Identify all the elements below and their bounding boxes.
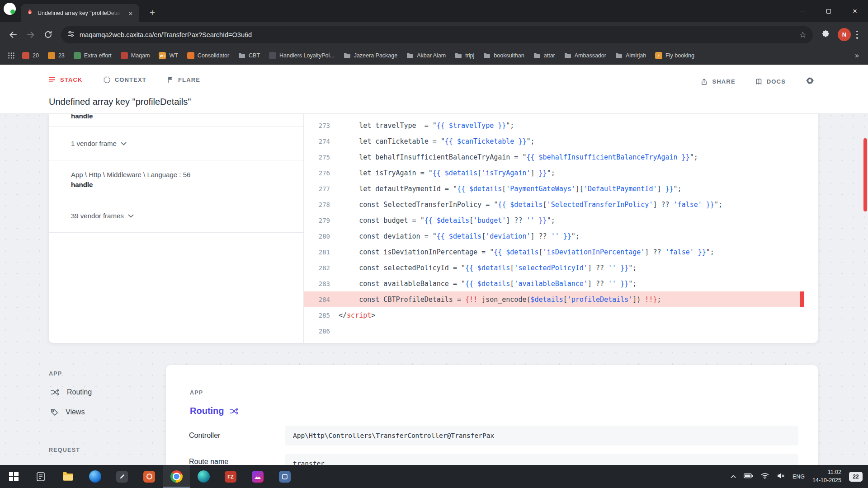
filezilla-icon: FZ <box>225 471 236 483</box>
bookmark-booksulthan[interactable]: booksulthan <box>479 50 528 61</box>
line-number: 276 <box>304 169 330 177</box>
taskbar-mail-app[interactable] <box>271 465 298 488</box>
bookmark-jazeera-package[interactable]: Jazeera Package <box>340 50 402 61</box>
frame-method: handle <box>71 181 93 188</box>
site-icon <box>269 52 276 59</box>
taskbar-edge-browser[interactable] <box>81 465 108 488</box>
bookmark-23[interactable]: 23 <box>44 50 69 61</box>
bookmark-label: Akbar Alam <box>417 52 446 59</box>
shuffle-icon <box>51 389 60 396</box>
tab-flare[interactable]: FLARE <box>167 76 200 83</box>
taskbar-media-app[interactable] <box>136 465 163 488</box>
browser-menu-icon[interactable] <box>856 31 858 39</box>
bookmark-label: WT <box>169 52 178 59</box>
bookmark-maqam[interactable]: Maqam <box>117 50 154 61</box>
edge-browser-icon <box>89 470 101 483</box>
settings-gear-icon[interactable] <box>806 76 814 87</box>
bookmark-cbt[interactable]: CBT <box>234 50 264 61</box>
site-info-icon[interactable] <box>67 30 75 39</box>
taskbar-chrome-browser[interactable] <box>163 465 190 488</box>
bookmark-items: 2023Extra effortMaqamWTWTConsolidatorCBT… <box>18 50 850 61</box>
bookmarks-bar: 2023Extra effortMaqamWTWTConsolidatorCBT… <box>0 47 868 65</box>
bookmark-fly-booking[interactable]: FFly booking <box>651 50 698 61</box>
volume-muted-icon[interactable] <box>777 473 785 480</box>
screen: Undefined array key "profileDetails" × +… <box>0 0 868 488</box>
bookmark-extra-effort[interactable]: Extra effort <box>70 50 116 61</box>
error-message-title: Undefined array key "profileDetails" <box>49 97 191 107</box>
reload-icon[interactable] <box>40 26 57 43</box>
apps-grid-icon[interactable] <box>5 49 18 62</box>
back-icon[interactable] <box>5 26 21 43</box>
window-minimize-button[interactable] <box>789 0 816 22</box>
notification-badge[interactable]: 22 <box>849 472 863 482</box>
bookmark-tripj[interactable]: tripj <box>451 50 478 61</box>
error-card: handle 1 vendor frame App \ Http \ Middl… <box>49 113 818 343</box>
tab-context[interactable]: CONTEXT <box>104 76 146 83</box>
code-line-286: 286 <box>304 323 804 339</box>
url-text[interactable]: maqamqa2web.caxita.ca/en/TransferPax?Sea… <box>80 31 794 38</box>
battery-icon[interactable] <box>744 473 753 480</box>
site-icon <box>48 52 55 59</box>
vendor-frames-toggle-2[interactable]: 39 vendor frames <box>49 199 303 233</box>
bookmark-consolidator[interactable]: Consolidator <box>183 50 233 61</box>
window-close-button[interactable]: × <box>842 0 868 22</box>
bookmarks-overflow-icon[interactable]: » <box>850 52 863 60</box>
tray-clock[interactable]: 11:02 14-10-2025 <box>812 469 841 484</box>
docs-button[interactable]: DOCS <box>755 78 786 85</box>
bookmark-label: tripj <box>465 52 474 59</box>
folder-icon <box>238 52 245 59</box>
share-button[interactable]: SHARE <box>701 78 735 85</box>
bookmark-handlers-loyaltypoi[interactable]: Handlers LoyaltyPoi... <box>265 50 339 61</box>
forward-icon[interactable] <box>22 26 39 43</box>
new-tab-button[interactable]: + <box>146 6 159 19</box>
taskbar-notes-app[interactable] <box>108 465 136 488</box>
url-bar[interactable]: maqamqa2web.caxita.ca/en/TransferPax?Sea… <box>61 26 813 43</box>
bookmark-ambassador[interactable]: Ambassador <box>560 50 610 61</box>
browser-tab[interactable]: Undefined array key "profileDetails" × <box>21 4 139 22</box>
tab-close-icon[interactable]: × <box>127 9 135 17</box>
code-line-273: 273 let travelType = "{{ $travelType }}"… <box>304 117 804 133</box>
bookmark-label: CBT <box>249 52 260 59</box>
site-icon <box>121 52 128 59</box>
flare-nav: STACK CONTEXT FLARE <box>49 76 200 83</box>
taskbar-filezilla[interactable]: FZ <box>217 465 244 488</box>
language-indicator[interactable]: ENG <box>793 474 805 480</box>
network-icon[interactable] <box>761 473 769 480</box>
sidebar-item-routing[interactable]: Routing <box>51 388 92 396</box>
extensions-icon[interactable] <box>817 26 834 43</box>
site-icon: WT <box>159 52 166 59</box>
stack-frame-top[interactable]: handle <box>49 113 303 127</box>
taskbar-search-app[interactable] <box>27 465 54 488</box>
bookmark-star-icon[interactable]: ☆ <box>799 30 807 40</box>
recording-indicator[interactable] <box>4 3 16 15</box>
site-icon <box>74 52 81 59</box>
flare-actions: SHARE DOCS <box>701 76 814 87</box>
line-number: 278 <box>304 201 330 208</box>
taskbar-file-explorer[interactable] <box>54 465 81 488</box>
taskbar-start-button[interactable] <box>0 465 27 488</box>
folder-icon <box>615 52 623 59</box>
file-explorer-icon <box>62 471 74 482</box>
profile-avatar[interactable]: N <box>838 28 851 41</box>
context-section-label: APP <box>190 389 203 396</box>
clock-date: 14-10-2025 <box>812 477 841 483</box>
taskbar-edge-dev-browser[interactable] <box>190 465 217 488</box>
code-line-280: 280 const deviation = "{{ $details['devi… <box>304 228 804 244</box>
route-name-value: transfer. <box>285 454 798 465</box>
taskbar-photos-app[interactable] <box>244 465 271 488</box>
vendor-frames-toggle-1[interactable]: 1 vendor frame <box>49 127 303 160</box>
sidebar-item-views[interactable]: Views <box>51 408 85 416</box>
bookmark-label: Extra effort <box>84 52 112 59</box>
bookmark-akbar-alam[interactable]: Akbar Alam <box>402 50 450 61</box>
window-maximize-button[interactable] <box>816 0 842 22</box>
bookmark-attar[interactable]: attar <box>529 50 559 61</box>
taskbar-apps: FZ <box>0 465 298 488</box>
bookmark-wt[interactable]: WTWT <box>155 50 182 61</box>
bookmark-almirjah[interactable]: Almirjah <box>611 50 650 61</box>
error-scroll-marker[interactable] <box>863 138 867 211</box>
stack-frame-language-middleware[interactable]: App \ Http \ Middleware \ Language : 56 … <box>49 160 303 199</box>
bookmark-label: Consolidator <box>198 52 229 59</box>
bookmark-20[interactable]: 20 <box>18 50 43 61</box>
tab-stack[interactable]: STACK <box>49 76 83 83</box>
tray-chevron-icon[interactable] <box>731 474 736 480</box>
